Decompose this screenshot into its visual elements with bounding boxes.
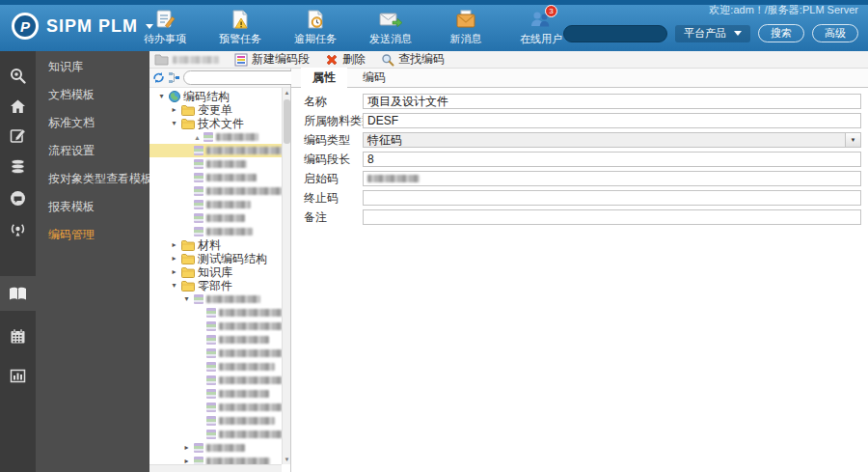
expander-closed-icon[interactable]: ▸ [170, 103, 178, 117]
field-input-6[interactable] [363, 209, 861, 225]
advanced-search-button[interactable]: 高级 [812, 24, 858, 42]
header-tool-send-message[interactable]: 发送消息 [353, 8, 428, 46]
search-scope-dropdown[interactable]: 平台产品 [675, 25, 750, 42]
expander-open-icon[interactable]: ▾ [170, 279, 178, 292]
tree-node-redacted[interactable]: ▸ [149, 441, 282, 455]
search-button[interactable]: 搜索 [758, 24, 804, 42]
database-icon [9, 157, 27, 176]
rail-chat-button[interactable] [0, 180, 36, 215]
sidebar-item-2[interactable]: 标准文档 [36, 109, 149, 137]
tree-node-redacted[interactable] [149, 387, 282, 401]
header-tool-overdue-task[interactable]: 逾期任务 [278, 8, 353, 46]
tree-node-redacted[interactable] [149, 333, 282, 347]
expander-closed-icon[interactable]: ▸ [170, 265, 178, 279]
tree-node-技术文件[interactable]: ▾技术文件 [149, 117, 282, 130]
tree-node-redacted[interactable] [149, 360, 282, 374]
header-tool-todo[interactable]: 待办事项 [127, 8, 203, 46]
tree-node-redacted[interactable] [149, 211, 282, 225]
expander-open-icon[interactable]: ▾ [157, 90, 166, 103]
scrollbar-thumb[interactable] [284, 99, 290, 144]
locate-node-icon[interactable] [168, 71, 180, 84]
tab-编码[interactable]: 编码 [351, 68, 397, 88]
tree-node-redacted[interactable]: ▾ [149, 292, 282, 306]
expander-open-icon[interactable]: ▾ [182, 292, 191, 306]
rail-database-button[interactable] [0, 149, 36, 183]
redacted-node-icon [206, 389, 216, 399]
tree-node-redacted[interactable] [149, 347, 282, 360]
tree-node-redacted[interactable]: ▲ [149, 130, 282, 144]
field-label: 编码段长 [304, 152, 363, 168]
select-dropdown-icon[interactable]: ▼ [845, 133, 860, 147]
tree-node-redacted[interactable] [149, 306, 282, 319]
expander-closed-icon[interactable]: ▸ [182, 441, 191, 455]
sidebar-item-6[interactable]: 编码管理 [36, 221, 149, 249]
home-icon [9, 97, 27, 116]
tree-node-redacted[interactable] [149, 144, 282, 157]
redacted-node-label [219, 417, 275, 425]
field-input-5[interactable] [363, 190, 861, 206]
redacted-node-icon [206, 348, 216, 358]
tree-node-redacted[interactable] [149, 428, 282, 441]
form-row-5: 终止码 [304, 190, 861, 206]
book-icon [8, 285, 28, 303]
delete-button[interactable]: 删除 [325, 51, 366, 68]
tree-node-redacted[interactable] [149, 184, 282, 198]
tree-node-零部件[interactable]: ▾零部件 [149, 279, 282, 292]
expander-closed-icon[interactable]: ▸ [182, 455, 191, 464]
expander-closed-icon[interactable]: ▸ [170, 252, 178, 265]
tree-node-redacted[interactable]: ▸ [149, 455, 282, 464]
header-tool-label: 逾期任务 [294, 32, 337, 46]
header-tool-alert-task[interactable]: 预警任务 [203, 8, 278, 46]
tree-vertical-scrollbar[interactable]: ▲ ▼ [282, 88, 290, 464]
field-input-4[interactable] [363, 171, 861, 186]
expander-open-icon[interactable]: ▾ [170, 117, 178, 130]
field-input-1[interactable] [363, 113, 861, 128]
rail-broadcast-button[interactable] [0, 211, 36, 246]
redacted-node-label [206, 187, 282, 195]
rail-report-button[interactable] [0, 358, 36, 393]
select-value: 特征码 [367, 132, 402, 149]
rail-edit-button[interactable] [0, 118, 36, 153]
tree-node-redacted[interactable] [149, 414, 282, 428]
tree-node-redacted[interactable] [149, 198, 282, 211]
chevron-down-icon [734, 31, 742, 36]
field-label: 备注 [304, 209, 363, 226]
new-code-segment-button[interactable]: 新建编码段 [234, 51, 310, 68]
rail-calendar-button[interactable] [0, 319, 36, 353]
global-search-input[interactable] [563, 25, 667, 42]
form-row-3: 编码段长 [304, 152, 861, 167]
find-code-button[interactable]: 查找编码 [381, 51, 445, 68]
expander-closed-icon[interactable]: ▸ [170, 238, 178, 252]
redacted-node-label [206, 174, 257, 181]
tree-horizontal-scrollbar[interactable] [149, 464, 282, 472]
sidebar-item-1[interactable]: 文档模板 [36, 81, 149, 109]
header-tool-new-message[interactable]: 新消息 [428, 8, 503, 46]
sidebar-item-5[interactable]: 报表模板 [36, 193, 149, 221]
redacted-node-label [219, 390, 269, 398]
header-bar: P SIPM PLM 欢迎:adm！/服务器:PLM Server 待办事项预警… [0, 0, 868, 51]
refresh-icon[interactable] [152, 71, 165, 84]
field-label: 启始码 [304, 171, 363, 187]
tab-属性[interactable]: 属性 [301, 68, 347, 88]
tree-node-redacted[interactable] [149, 374, 282, 387]
todo-icon [153, 8, 176, 31]
rail-search-button[interactable] [0, 58, 36, 93]
field-input-3[interactable] [363, 152, 861, 167]
field-select-2[interactable]: 特征码▼ [363, 132, 861, 148]
scroll-up-icon[interactable]: ▲ [283, 88, 291, 97]
broadcast-icon [9, 220, 27, 238]
warning-icon: ▲ [194, 134, 201, 141]
redacted-node-label [216, 133, 258, 141]
tree-node-redacted[interactable] [149, 319, 282, 333]
tree-node-redacted[interactable] [149, 157, 282, 171]
field-input-0[interactable] [363, 94, 861, 109]
field-label: 编码类型 [304, 132, 363, 149]
tree-node-redacted[interactable] [149, 171, 282, 184]
rail-book-button[interactable] [0, 276, 36, 311]
tree-node-redacted[interactable] [149, 401, 282, 414]
header-tool-label: 在线用户 [520, 32, 562, 46]
sidebar-item-0[interactable]: 知识库 [36, 53, 149, 81]
sidebar-item-4[interactable]: 按对象类型查看模板 [36, 165, 149, 193]
scroll-down-icon[interactable]: ▼ [283, 455, 291, 464]
sidebar-item-3[interactable]: 流程设置 [36, 137, 149, 165]
